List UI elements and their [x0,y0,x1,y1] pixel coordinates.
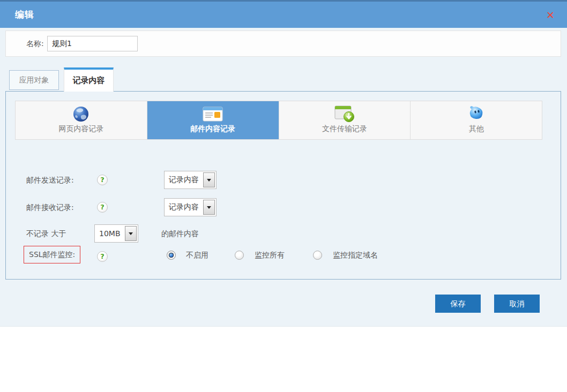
chat-bubble-icon [468,105,484,123]
radio-ssl-monitor-domains[interactable] [313,251,322,260]
globe-icon [72,105,89,123]
mail-send-label: 邮件发送记录: [26,170,74,190]
mail-receive-select[interactable]: 记录内容 [164,198,217,216]
help-icon[interactable]: ? [97,251,108,262]
tab-record-content[interactable]: 记录内容 [64,67,114,92]
radio-ssl-monitor-all-label[interactable]: 监控所有 [255,245,285,265]
card-other[interactable]: 其他 [411,101,542,139]
size-limit-row: 不记录 大于 10MB 的邮件内容 [6,224,561,243]
mail-send-row: 邮件发送记录: ? 记录内容 [6,170,561,190]
ssl-monitor-label-highlight: SSL邮件监控: [24,246,80,263]
record-content-panel: 网页内容记录 邮件内容记录 [5,91,561,280]
dropdown-arrow-icon[interactable] [125,226,137,241]
mail-send-select[interactable]: 记录内容 [164,171,217,189]
save-button[interactable]: 保存 [435,295,481,313]
size-limit-prefix: 不记录 大于 [26,224,66,243]
mail-receive-row: 邮件接收记录: ? 记录内容 [6,198,561,217]
radio-ssl-monitor-all[interactable] [235,251,244,260]
name-input[interactable] [47,36,138,51]
size-limit-select[interactable]: 10MB [94,224,138,243]
radio-ssl-disabled[interactable] [167,251,176,260]
card-label: 文件传输记录 [322,124,367,134]
help-icon[interactable]: ? [97,175,108,185]
cancel-button[interactable]: 取消 [494,295,540,313]
ssl-monitor-row: SSL邮件监控: ? 不启用 监控所有 监控指定域名 [6,245,561,265]
record-type-cards: 网页内容记录 邮件内容记录 [15,101,542,140]
dialog-title: 编辑 [15,2,34,28]
name-label: 名称: [26,31,44,56]
dropdown-arrow-icon[interactable] [203,172,215,187]
edit-rule-dialog: 编辑 ✕ 名称: 应用对象 记录内容 [0,0,567,327]
radio-ssl-disabled-label[interactable]: 不启用 [186,245,208,265]
close-icon[interactable]: ✕ [543,8,557,22]
mail-icon [203,105,223,123]
tab-apply-target[interactable]: 应用对象 [9,70,59,90]
help-icon[interactable]: ? [97,202,108,213]
radio-ssl-monitor-domains-label[interactable]: 监控指定域名 [333,245,378,265]
size-limit-suffix: 的邮件内容 [161,224,199,243]
dropdown-arrow-icon[interactable] [203,200,215,215]
card-file-transfer[interactable]: 文件传输记录 [279,101,411,139]
mail-send-select-value: 记录内容 [165,175,203,185]
card-mail-content[interactable]: 邮件内容记录 [147,101,279,139]
mail-receive-label: 邮件接收记录: [26,198,74,217]
file-transfer-icon [334,105,355,123]
card-label: 其他 [469,124,484,134]
card-label: 网页内容记录 [58,124,103,134]
mail-receive-select-value: 记录内容 [165,202,203,212]
card-web-content[interactable]: 网页内容记录 [16,101,147,139]
size-limit-select-value: 10MB [95,229,125,238]
dialog-header: 编辑 ✕ [0,2,567,28]
card-label: 邮件内容记录 [190,124,235,134]
name-row: 名称: [5,31,561,57]
